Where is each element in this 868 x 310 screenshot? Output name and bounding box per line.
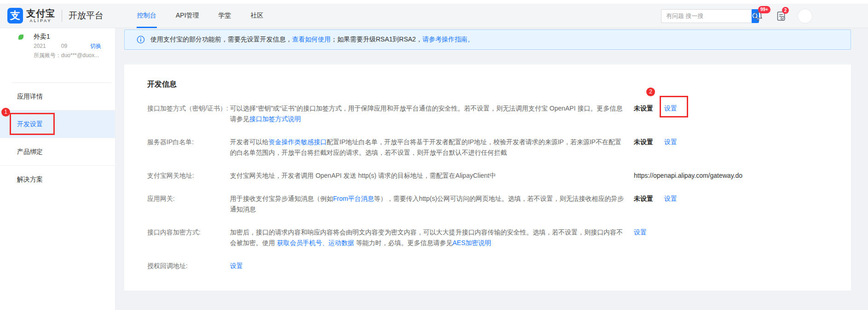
setting-status-cell: https://openapi.alipay.com/gateway.do [634, 170, 837, 181]
app-account: 所属账号：duo***@duox... [34, 51, 110, 59]
brand-name-en: ALIPAY [29, 19, 52, 23]
setting-label: 授权回调地址: [147, 261, 230, 271]
setting-label: 接口加签方式（密钥/证书）: [147, 103, 230, 114]
info-icon [137, 35, 145, 44]
desc-text: 等能力时，必填。更多信息请参见 [354, 239, 453, 246]
notification-bell[interactable]: 99+ [753, 11, 763, 22]
setting-description: 加密后，接口的请求内容和响应内容将会由明文内容变为密文内容，可以大大提升接口内容… [230, 227, 626, 248]
app-id-prefix: 2021 [34, 43, 46, 49]
banner-link-how-to-use[interactable]: 查看如何使用 [292, 35, 331, 43]
todo-badge: 2 [782, 7, 789, 14]
app-id-suffix: 09 [61, 43, 67, 49]
status-not-set: 未设置 [634, 193, 653, 204]
sign-method-doc-link[interactable]: 接口加签方式说明 [249, 115, 301, 123]
app-info: 外卖1 202109切换 所属账号：duo***@duox... [0, 28, 115, 66]
todo-tasks[interactable]: 2 [776, 11, 786, 22]
row-auth-callback: 授权回调地址: 设置 [147, 261, 837, 271]
row-gateway-url: 支付宝网关地址: 支付宝网关地址，开发者调用 OpenAPI 发送 http(s… [147, 170, 837, 181]
notification-badge: 99+ [758, 6, 770, 13]
brand-name-cn: 支付宝 [26, 9, 55, 18]
set-ip-whitelist-link[interactable]: 设置 [664, 137, 677, 147]
setting-label: 应用网关: [147, 193, 230, 204]
setting-label: 服务器IP白名单: [147, 137, 230, 147]
sidebar-item-dev-settings[interactable]: 1 开发设置 [0, 111, 115, 138]
setting-status-cell: 未设置 2 设置 [634, 103, 837, 114]
alipay-logo-icon: 支 [7, 8, 23, 23]
info-banner: 使用支付宝的部分功能前，需要先设置开发信息，查看如何使用；如果需要升级RSA1到… [124, 29, 851, 50]
main-content: 首页 / 设置 使用支付宝的部分功能前，需要先设置开发信息，查看如何使用；如果需… [115, 0, 868, 291]
desc-text: 开发者可以给 [230, 138, 269, 146]
app-logo-icon [18, 35, 23, 40]
setting-status-cell: 设置 [634, 227, 837, 238]
setting-status-cell: 未设置 设置 [634, 193, 837, 204]
product-name: 开放平台 [69, 10, 103, 22]
sidebar-menu: 应用详情 1 开发设置 产品绑定 解决方案 [0, 83, 115, 193]
row-content-encryption: 接口内容加密方式: 加密后，接口的请求内容和响应内容将会由明文内容变为密文内容，… [147, 227, 837, 248]
dev-info-card: 开发信息 接口加签方式（密钥/证书）: 可以选择“密钥”或“证书”的接口加签方式… [124, 64, 851, 291]
banner-text: 使用支付宝的部分功能前，需要先设置开发信息，查看如何使用；如果需要升级RSA1到… [150, 35, 474, 44]
nav-tab-console[interactable]: 控制台 [127, 4, 166, 28]
setting-label: 支付宝网关地址: [147, 170, 230, 181]
desc-text: 用于接收支付宝异步通知消息（例如 [230, 195, 333, 202]
banner-segment: 使用支付宝的部分功能前，需要先设置开发信息， [150, 35, 292, 43]
set-app-gateway-link[interactable]: 设置 [664, 193, 677, 204]
set-encryption-link[interactable]: 设置 [634, 227, 647, 238]
banner-segment: ；如果需要升级RSA1到RSA2， [331, 35, 422, 43]
set-auth-callback-link[interactable]: 设置 [230, 262, 243, 269]
app-name: 外卖1 [34, 32, 110, 41]
desc-text: 支付宝网关地址，开发者调用 OpenAPI 发送 http(s) 请求的目标地址… [230, 172, 496, 179]
sensitive-api-link[interactable]: 资金操作类敏感接口 [269, 138, 327, 146]
logo-divider [62, 10, 62, 22]
status-not-set: 未设置 [634, 137, 653, 147]
setting-description: 可以选择“密钥”或“证书”的接口加签方式，用于保障应用和开放平台通信的安全性。若… [230, 103, 626, 124]
status-not-set: 未设置 [634, 103, 653, 114]
row-ip-whitelist: 服务器IP白名单: 开发者可以给资金操作类敏感接口配置IP地址白名单，开放平台将… [147, 137, 837, 158]
setting-description: 开发者可以给资金操作类敏感接口配置IP地址白名单，开放平台将基于开发者配置的IP… [230, 137, 626, 158]
nav-tab-school[interactable]: 学堂 [209, 4, 241, 28]
sidebar-item-app-detail[interactable]: 应用详情 [0, 83, 115, 111]
setting-status-cell: 未设置 设置 [634, 137, 837, 147]
banner-link-guide[interactable]: 请参考操作指南。 [422, 35, 474, 43]
app-id-line: 202109切换 [34, 42, 110, 50]
sidebar-item-label: 开发设置 [17, 120, 43, 129]
search-input[interactable] [661, 9, 752, 23]
setting-description: 支付宝网关地址，开发者调用 OpenAPI 发送 http(s) 请求的目标地址… [230, 170, 626, 181]
header-search [661, 9, 740, 23]
member-phone-sport-data-link[interactable]: 获取会员手机号、运动数据 [277, 239, 354, 246]
setting-description: 用于接收支付宝异步通知消息（例如From平台消息等），需要传入http(s)公网… [230, 193, 626, 215]
nav-tab-community[interactable]: 社区 [241, 4, 273, 28]
top-nav: 控制台 API管理 学堂 社区 [127, 4, 273, 28]
header-right-group: 99+ 2 [661, 4, 812, 28]
nav-tab-api[interactable]: API管理 [166, 4, 209, 28]
row-sign-method: 接口加签方式（密钥/证书）: 可以选择“密钥”或“证书”的接口加签方式，用于保障… [147, 103, 837, 124]
setting-description: 设置 [230, 261, 626, 271]
sidebar: 外卖1 202109切换 所属账号：duo***@duox... 应用详情 1 … [0, 28, 115, 310]
gateway-url-value: https://openapi.alipay.com/gateway.do [634, 170, 742, 181]
from-platform-msg-link[interactable]: From平台消息 [333, 195, 374, 202]
top-header: 支 支付宝 ALIPAY 开放平台 控制台 API管理 学堂 社区 [0, 0, 868, 28]
avatar[interactable] [798, 9, 812, 23]
switch-app-link[interactable]: 切换 [90, 43, 101, 49]
setting-label: 接口内容加密方式: [147, 227, 230, 238]
card-title: 开发信息 [147, 80, 837, 89]
sidebar-item-product-binding[interactable]: 产品绑定 [0, 138, 115, 166]
aes-doc-link[interactable]: AES加密说明 [453, 239, 491, 246]
row-app-gateway: 应用网关: 用于接收支付宝异步通知消息（例如From平台消息等），需要传入htt… [147, 193, 837, 215]
set-sign-method-link[interactable]: 设置 [664, 105, 677, 112]
alipay-logo[interactable]: 支 支付宝 ALIPAY 开放平台 [7, 8, 103, 23]
sidebar-item-solutions[interactable]: 解决方案 [0, 166, 115, 193]
